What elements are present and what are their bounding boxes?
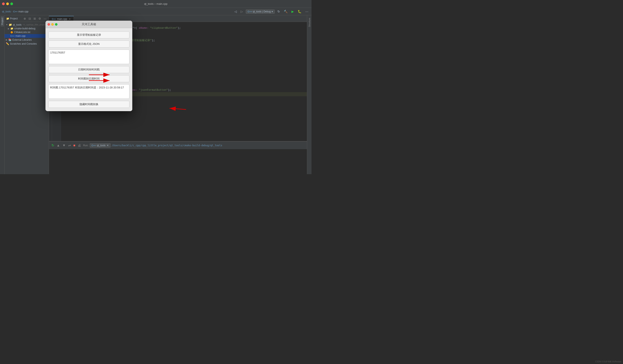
cmake-icon: 🔶 [10, 31, 13, 34]
nav-bar: qt_tools › C++ main.cpp ◁ ▷ C++ qt_tools… [0, 8, 312, 15]
tree-item-cmakelists[interactable]: 🔶 CMakeLists.txt [4, 30, 49, 34]
debug-button[interactable]: 🐛 [297, 9, 303, 14]
dialog-min-btn[interactable] [51, 23, 54, 26]
tree-label-external: External Libraries [12, 38, 32, 41]
panel-title: 📁 Project [6, 17, 22, 20]
print-btn[interactable]: 🖨 [77, 143, 82, 148]
locate-file-btn[interactable]: ⊕ [23, 17, 27, 21]
project-tab[interactable]: Project [1, 16, 4, 26]
back-button[interactable]: ◁ [233, 9, 238, 14]
collapse-all-btn[interactable]: ⊟ [28, 17, 32, 21]
run-tab-close[interactable]: ✕ [107, 144, 109, 147]
expand-arrow-cmake: ▶ [8, 27, 9, 30]
tree-item-external[interactable]: ▶ 📚 External Libraries [4, 38, 49, 42]
title-bar: qt_tools – main.cpp [0, 0, 312, 8]
expand-btn[interactable]: ⊞ [33, 17, 37, 21]
tree-label-scratches: Scratches and Consoles [10, 42, 37, 45]
dialog-traffic-lights [47, 23, 57, 26]
file-tree-panel: 📁 Project ⊕ ⊟ ⊞ ⚙ — ▼ 📁 qt_tools ~/c_cpp… [4, 15, 49, 174]
side-tabs: Project [0, 15, 4, 174]
dialog-body: 显示管理粘贴板记录 显示格式化 JSON 日期时间转时间戳 时间戳转日期时间 时… [45, 28, 132, 111]
refresh-button[interactable]: ↻ [276, 9, 281, 14]
tree-label-cmake-build: cmake-build-debug [14, 27, 35, 30]
breadcrumb-file: C++ main.cpp [13, 10, 28, 13]
tree-item-scratches[interactable]: ✏️ Scratches and Consoles [4, 42, 49, 46]
scroll-down-btn[interactable]: ▼ [62, 143, 67, 148]
minimize-button[interactable] [6, 2, 9, 5]
result-area: 时间戳 1701176357 对应的日期时间是：2023-11-28 20:59… [48, 84, 129, 99]
maximize-button[interactable] [10, 2, 13, 5]
input-textarea[interactable] [48, 50, 129, 64]
panel-header: 📁 Project ⊕ ⊟ ⊞ ⚙ — [4, 15, 49, 22]
hide-timestamp-btn[interactable]: 隐藏时间戳转换 [48, 101, 129, 108]
file-tree: ▼ 📁 qt_tools ~/c_cpp/cpp_little_project/… [4, 22, 49, 174]
word-wrap-btn[interactable]: ⇌ [67, 143, 72, 148]
right-tabs: Structure [307, 15, 312, 174]
traffic-lights [2, 2, 13, 5]
json-btn[interactable]: 显示格式化 JSON [48, 41, 129, 47]
run-button[interactable]: ▶ [290, 9, 295, 14]
timestamp-to-date-btn[interactable]: 时间戳转日期时间 [48, 75, 129, 82]
run-tab[interactable]: C++ qt_tools ✕ [90, 143, 111, 148]
close-panel-btn[interactable]: — [43, 17, 47, 21]
dialog-title-bar[interactable]: 天河工具箱 [45, 21, 132, 28]
tab-cpp-icon: C++ [52, 18, 56, 20]
dialog[interactable]: 天河工具箱 显示管理粘贴板记录 显示格式化 JSON 日期时间转时间戳 时间戳转… [45, 21, 132, 111]
tree-label-root: qt_tools [13, 23, 22, 26]
scratch-icon: ✏️ [6, 42, 9, 45]
external-icon: 📚 [8, 38, 12, 41]
run-controls: ↻ ▲ ▼ ⇌ ■ 🖨 [51, 143, 82, 148]
folder-icon-root: 📁 [9, 23, 12, 26]
breadcrumb-project[interactable]: qt_tools [2, 10, 11, 13]
run-path: /Users/backli/c_cpp/cpp_little_project/q… [112, 144, 222, 147]
run-config-selector[interactable]: C++ qt_tools | Debug ▾ [246, 9, 275, 14]
tab-close-btn[interactable]: ✕ [69, 18, 71, 21]
forward-button[interactable]: ▷ [240, 9, 244, 14]
run-restart-btn[interactable]: ↻ [51, 143, 55, 148]
date-to-timestamp-btn[interactable]: 日期时间转时间戳 [48, 66, 129, 73]
tree-path-root: ~/c_cpp/cpp_little_project/qt_tools [22, 23, 49, 26]
tree-item-root[interactable]: ▼ 📁 qt_tools ~/c_cpp/cpp_little_project/… [4, 23, 49, 27]
tree-item-main-cpp[interactable]: C++ main.cpp [4, 34, 49, 38]
nav-toolbar: ◁ ▷ C++ qt_tools | Debug ▾ ↻ 🔨 ▶ 🐛 ⋯ [233, 9, 310, 14]
close-button[interactable] [2, 2, 5, 5]
tree-label-main-cpp: main.cpp [16, 35, 26, 37]
folder-icon-cmake: 📁 [10, 27, 13, 30]
window-title: qt_tools – main.cpp [144, 2, 167, 5]
result-text: 时间戳 1701176357 对应的日期时间是：2023-11-28 20:59… [50, 86, 124, 89]
clipboard-btn[interactable]: 显示管理粘贴板记录 [48, 31, 129, 38]
expand-arrow-external: ▶ [6, 39, 7, 41]
stop-btn[interactable]: ■ [72, 143, 76, 148]
structure-tab[interactable]: Structure [308, 16, 311, 29]
project-icon: 📁 [6, 17, 9, 20]
bottom-panel: ↻ ▲ ▼ ⇌ ■ 🖨 Run: C++ qt_tools ✕ /Users/b… [49, 141, 307, 174]
tree-label-cmakelists: CMakeLists.txt [14, 31, 30, 34]
build-button[interactable]: 🔨 [283, 9, 289, 14]
tree-item-cmake-build[interactable]: ▶ 📁 cmake-build-debug [4, 27, 49, 30]
cpp-icon: C++ [10, 35, 15, 37]
settings-btn[interactable]: ⚙ [38, 17, 42, 21]
run-bar: ↻ ▲ ▼ ⇌ ■ 🖨 Run: C++ qt_tools ✕ /Users/b… [49, 141, 307, 149]
run-tab-cpp-icon: C++ [91, 144, 96, 147]
expand-arrow-root: ▼ [6, 23, 8, 26]
scroll-up-btn[interactable]: ▲ [56, 143, 61, 148]
run-label: Run: [83, 144, 88, 147]
breadcrumb: qt_tools › C++ main.cpp [2, 10, 28, 13]
more-button[interactable]: ⋯ [304, 9, 310, 14]
dialog-title: 天河工具箱 [82, 22, 96, 26]
dialog-close-btn[interactable] [47, 23, 50, 26]
dialog-max-btn[interactable] [55, 23, 57, 26]
